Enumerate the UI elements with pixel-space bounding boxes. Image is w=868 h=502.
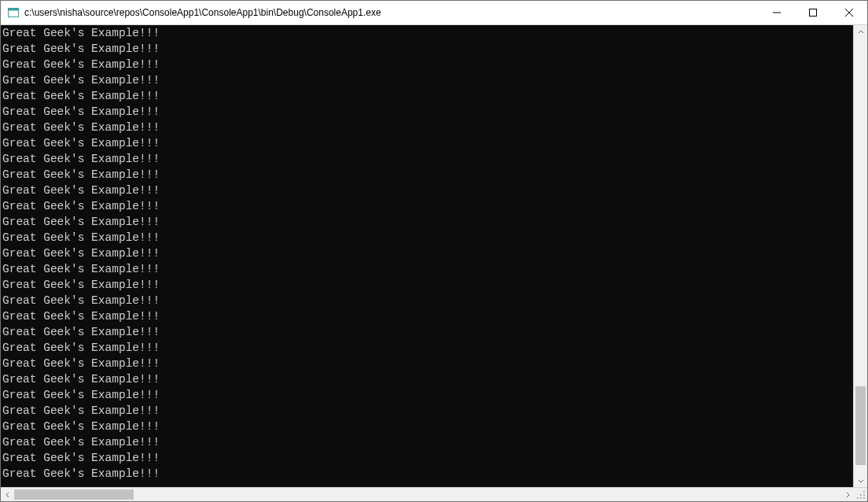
console-output[interactable]: Great Geek's Example!!! Great Geek's Exa… <box>1 25 853 487</box>
vertical-scroll-track[interactable] <box>854 39 867 474</box>
window-title: c:\users\nisha\source\repos\ConsoleApp1\… <box>24 7 759 18</box>
minimize-button[interactable] <box>759 1 795 24</box>
svg-rect-3 <box>810 9 817 17</box>
scroll-left-arrow-icon[interactable] <box>1 488 14 501</box>
close-button[interactable] <box>831 1 867 24</box>
console-window: c:\users\nisha\source\repos\ConsoleApp1\… <box>0 0 868 502</box>
scroll-up-arrow-icon[interactable] <box>854 25 867 39</box>
vertical-scroll-thumb[interactable] <box>855 386 866 465</box>
horizontal-scrollbar[interactable] <box>1 487 867 501</box>
app-icon <box>7 6 20 19</box>
resize-grip[interactable] <box>854 488 867 501</box>
maximize-button[interactable] <box>795 1 831 24</box>
vertical-scrollbar[interactable] <box>853 25 867 487</box>
window-controls <box>759 1 867 24</box>
svg-point-6 <box>863 497 865 499</box>
svg-point-7 <box>863 494 865 496</box>
horizontal-scroll-track[interactable] <box>14 488 840 501</box>
svg-point-11 <box>857 497 859 499</box>
svg-rect-1 <box>9 9 19 11</box>
console-row: Great Geek's Example!!! Great Geek's Exa… <box>1 25 867 487</box>
svg-point-9 <box>863 491 865 493</box>
titlebar[interactable]: c:\users\nisha\source\repos\ConsoleApp1\… <box>1 1 867 25</box>
scroll-right-arrow-icon[interactable] <box>840 488 854 501</box>
scroll-down-arrow-icon[interactable] <box>854 474 867 487</box>
client-area: Great Geek's Example!!! Great Geek's Exa… <box>1 25 867 501</box>
svg-point-10 <box>860 494 862 496</box>
horizontal-scroll-thumb[interactable] <box>14 489 134 500</box>
svg-point-8 <box>860 497 862 499</box>
